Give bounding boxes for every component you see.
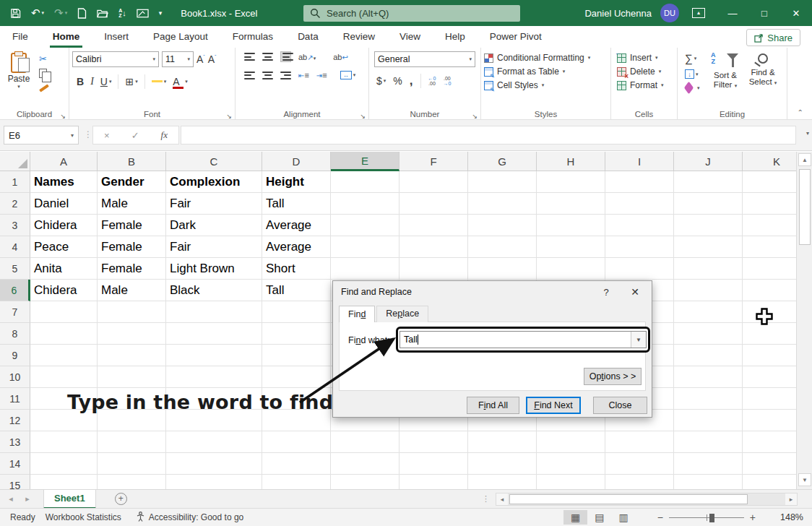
- cell-D13[interactable]: [262, 431, 331, 453]
- open-folder-icon[interactable]: [97, 9, 108, 18]
- cell-F1[interactable]: [399, 171, 468, 193]
- close-button[interactable]: ✕: [780, 0, 812, 26]
- cell-E4[interactable]: [331, 236, 399, 258]
- font-size-select[interactable]: 11▾: [162, 51, 194, 67]
- cell-J5[interactable]: [674, 258, 743, 280]
- decrease-decimal-button[interactable]: .00→0: [443, 76, 451, 86]
- increase-decimal-button[interactable]: ←0.00: [428, 76, 436, 86]
- cell-B7[interactable]: [98, 301, 166, 323]
- cell-C3[interactable]: Dark: [166, 215, 262, 236]
- align-right-icon[interactable]: [280, 72, 291, 79]
- cancel-icon[interactable]: ×: [104, 130, 110, 141]
- new-sheet-icon[interactable]: +: [115, 493, 127, 505]
- zoom-out-icon[interactable]: −: [652, 512, 669, 523]
- row-header-13[interactable]: 13: [0, 431, 30, 453]
- cell-I3[interactable]: [605, 215, 674, 236]
- cell-B1[interactable]: Gender: [98, 171, 166, 193]
- cell-J3[interactable]: [674, 215, 743, 236]
- sort-ascending-icon[interactable]: AZ↓: [118, 8, 126, 18]
- decrease-indent-icon[interactable]: ⇤≡: [298, 71, 309, 79]
- cell-J10[interactable]: [674, 366, 743, 388]
- cell-C2[interactable]: Fair: [166, 193, 262, 215]
- cell-D7[interactable]: [262, 301, 331, 323]
- bold-button[interactable]: B: [77, 76, 84, 87]
- cell-C8[interactable]: [166, 323, 262, 345]
- row-header-11[interactable]: 11: [0, 388, 30, 410]
- cell-A15[interactable]: [30, 475, 98, 489]
- cell-K1[interactable]: [743, 171, 796, 193]
- cell-H13[interactable]: [537, 431, 605, 453]
- cell-J12[interactable]: [674, 410, 743, 431]
- scroll-right-icon[interactable]: ▸: [785, 493, 797, 505]
- accessibility-status[interactable]: Accessibility: Good to go: [149, 512, 243, 522]
- cell-D1[interactable]: Height: [262, 171, 331, 193]
- cell-J7[interactable]: [674, 301, 743, 323]
- cell-A3[interactable]: Chidera: [30, 215, 98, 236]
- cell-K4[interactable]: [743, 236, 796, 258]
- cell-C14[interactable]: [166, 453, 262, 475]
- cell-F4[interactable]: [399, 236, 468, 258]
- cell-G14[interactable]: [468, 453, 537, 475]
- close-dialog-button[interactable]: Close: [593, 397, 647, 414]
- cell-B6[interactable]: Male: [98, 280, 166, 301]
- percent-style-button[interactable]: %: [393, 75, 402, 87]
- increase-font-size-button[interactable]: Aˆ: [196, 53, 205, 65]
- format-cells-button[interactable]: Format▾: [617, 80, 674, 90]
- cell-H3[interactable]: [537, 215, 605, 236]
- delete-cells-button[interactable]: Delete▾: [617, 66, 674, 77]
- avatar[interactable]: DU: [660, 4, 679, 22]
- cell-I15[interactable]: [605, 475, 674, 489]
- cell-I5[interactable]: [605, 258, 674, 280]
- cell-B9[interactable]: [98, 345, 166, 366]
- cell-A1[interactable]: Names: [30, 171, 98, 193]
- zoom-slider[interactable]: [669, 517, 744, 518]
- cut-icon[interactable]: ✂: [39, 54, 49, 64]
- number-format-select[interactable]: General▾: [374, 51, 475, 67]
- tab-data[interactable]: Data: [295, 26, 321, 48]
- cell-E3[interactable]: [331, 215, 399, 236]
- cell-C15[interactable]: [166, 475, 262, 489]
- clipboard-dialog-launcher[interactable]: ↘: [60, 113, 66, 120]
- row-header-9[interactable]: 9: [0, 345, 30, 366]
- dialog-tab-replace[interactable]: Replace: [376, 306, 428, 322]
- cell-D6[interactable]: Tall: [262, 280, 331, 301]
- column-header-A[interactable]: A: [30, 152, 98, 171]
- cell-E14[interactable]: [331, 453, 399, 475]
- sort-filter-button[interactable]: AZ Sort & Filter ▾: [707, 52, 744, 107]
- cell-J2[interactable]: [674, 193, 743, 215]
- vertical-scrollbar[interactable]: ▲ ▼: [796, 152, 812, 489]
- tab-home[interactable]: Home: [50, 26, 83, 48]
- enter-icon[interactable]: ✓: [131, 130, 139, 141]
- increase-indent-icon[interactable]: ⇥≡: [316, 71, 327, 79]
- next-sheet-icon[interactable]: ▸: [22, 494, 33, 504]
- workbook-statistics-button[interactable]: Workbook Statistics: [46, 512, 121, 522]
- merge-center-button[interactable]: ↔▾: [340, 71, 356, 79]
- new-file-icon[interactable]: [77, 8, 87, 19]
- cell-I14[interactable]: [605, 453, 674, 475]
- cell-K14[interactable]: [743, 453, 796, 475]
- column-header-K[interactable]: K: [743, 152, 796, 171]
- row-header-6[interactable]: 6: [0, 280, 30, 301]
- maximize-button[interactable]: □: [748, 0, 780, 26]
- cell-H1[interactable]: [537, 171, 605, 193]
- cell-E2[interactable]: [331, 193, 399, 215]
- ribbon-display-options-icon[interactable]: ▴: [692, 8, 705, 18]
- row-header-14[interactable]: 14: [0, 453, 30, 475]
- customize-qat-icon[interactable]: ▾: [159, 9, 163, 17]
- copy-icon[interactable]: [39, 69, 47, 78]
- cell-J6[interactable]: [674, 280, 743, 301]
- cell-D4[interactable]: Average: [262, 236, 331, 258]
- cell-A2[interactable]: Daniel: [30, 193, 98, 215]
- email-icon[interactable]: [137, 9, 149, 18]
- cell-G15[interactable]: [468, 475, 537, 489]
- cell-E1[interactable]: [331, 171, 399, 193]
- cell-A6[interactable]: Chidera: [30, 280, 98, 301]
- find-next-button[interactable]: Find Next: [526, 397, 581, 414]
- insert-function-icon[interactable]: fx: [161, 129, 168, 141]
- column-header-B[interactable]: B: [98, 152, 166, 171]
- page-layout-view-icon[interactable]: ▤: [587, 510, 611, 525]
- row-header-3[interactable]: 3: [0, 215, 30, 236]
- cell-K6[interactable]: [743, 280, 796, 301]
- cell-J4[interactable]: [674, 236, 743, 258]
- column-header-J[interactable]: J: [674, 152, 743, 171]
